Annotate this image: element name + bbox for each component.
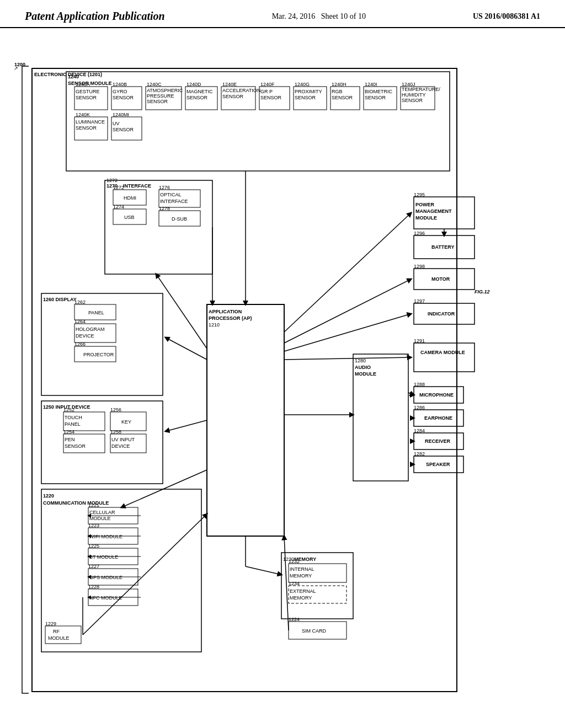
svg-line-386	[166, 338, 207, 360]
svg-text:SENSOR: SENSOR	[147, 99, 168, 104]
svg-text:1282: 1282	[414, 451, 425, 457]
svg-text:1240: 1240	[68, 74, 79, 79]
svg-text:1272: 1272	[113, 185, 124, 190]
svg-text:DEVICE: DEVICE	[111, 443, 130, 449]
svg-text:INDICATOR: INDICATOR	[428, 311, 455, 317]
svg-text:1240K: 1240K	[76, 112, 90, 117]
svg-text:PANEL: PANEL	[65, 421, 81, 427]
svg-text:1252: 1252	[63, 407, 74, 413]
svg-text:MODULE: MODULE	[355, 371, 376, 377]
svg-text:HOLOGRAM: HOLOGRAM	[76, 326, 105, 332]
svg-text:KEY: KEY	[121, 419, 131, 425]
svg-line-392	[284, 357, 411, 360]
svg-text:MOTOR: MOTOR	[431, 276, 450, 282]
svg-text:RECEIVER: RECEIVER	[425, 438, 451, 444]
svg-text:1240MI: 1240MI	[113, 112, 129, 117]
svg-text:1295: 1295	[414, 192, 425, 197]
svg-text:1232: 1232	[289, 559, 300, 564]
svg-rect-332	[207, 304, 284, 536]
svg-text:MODULE: MODULE	[48, 635, 70, 641]
svg-text:1280: 1280	[355, 358, 366, 363]
svg-text:APPLICATION: APPLICATION	[209, 309, 242, 314]
svg-text:SENSOR: SENSOR	[295, 95, 316, 100]
svg-text:1234: 1234	[289, 581, 300, 586]
svg-text:1240J: 1240J	[402, 82, 415, 87]
svg-text:CAMERA MODULE: CAMERA MODULE	[420, 350, 465, 355]
svg-text:BIOMETRIC: BIOMETRIC	[365, 89, 393, 94]
svg-text:SENSOR: SENSOR	[332, 95, 353, 100]
svg-line-390	[246, 566, 281, 575]
svg-text:1272: 1272	[106, 178, 118, 183]
svg-text:USB: USB	[124, 215, 135, 220]
svg-text:SENSOR: SENSOR	[113, 95, 134, 100]
svg-line-394	[284, 279, 411, 343]
svg-text:1297: 1297	[414, 298, 425, 304]
svg-text:SIM CARD: SIM CARD	[302, 628, 327, 634]
svg-text:1223: 1223	[88, 523, 99, 528]
svg-rect-366	[414, 343, 475, 372]
svg-text:1256: 1256	[110, 407, 121, 413]
patent-number: US 2016/0086381 A1	[473, 12, 540, 21]
svg-text:1240B: 1240B	[113, 82, 127, 87]
svg-text:OPTICAL: OPTICAL	[160, 192, 182, 197]
svg-text:1240A: 1240A	[76, 82, 90, 87]
svg-text:SENSOR: SENSOR	[65, 443, 86, 449]
svg-text:1264: 1264	[74, 319, 86, 324]
svg-text:SENSOR: SENSOR	[365, 95, 386, 100]
svg-text:1258: 1258	[110, 429, 121, 435]
svg-text:SENSOR: SENSOR	[260, 95, 282, 100]
svg-text:1227: 1227	[88, 564, 99, 569]
svg-text:PROCESSOR (AP): PROCESSOR (AP)	[209, 315, 252, 321]
svg-text:SENSOR: SENSOR	[186, 95, 208, 100]
svg-text:SENSOR: SENSOR	[222, 94, 244, 99]
svg-text:UV INPUT: UV INPUT	[111, 437, 135, 442]
svg-text:1286: 1286	[414, 405, 425, 410]
svg-text:1220: 1220	[43, 493, 54, 499]
svg-text:BT MODULE: BT MODULE	[89, 554, 118, 560]
svg-text:TEMPERATURE/: TEMPERATURE/	[402, 87, 440, 92]
svg-text:1254: 1254	[63, 429, 74, 435]
svg-line-387	[166, 420, 207, 431]
svg-line-388	[121, 470, 207, 507]
svg-text:MAGNETIC: MAGNETIC	[186, 89, 213, 94]
svg-text:1260  DISPLAY: 1260 DISPLAY	[43, 297, 77, 302]
svg-text:HDMI: HDMI	[124, 195, 136, 201]
svg-text:RGB: RGB	[332, 89, 343, 94]
svg-text:GYRO: GYRO	[113, 89, 127, 94]
svg-text:1228: 1228	[88, 584, 99, 590]
svg-text:NFC MODULE: NFC MODULE	[89, 595, 122, 601]
svg-text:POWER: POWER	[415, 202, 435, 207]
svg-text:INTERFACE: INTERFACE	[160, 199, 188, 204]
svg-text:MEMORY: MEMORY	[290, 573, 312, 579]
svg-text:INTERFACE: INTERFACE	[123, 183, 151, 189]
svg-text:1240E: 1240E	[222, 82, 237, 87]
svg-text:1296: 1296	[414, 231, 425, 236]
svg-line-410	[284, 536, 289, 630]
svg-text:TOUCH: TOUCH	[65, 415, 82, 420]
svg-text:EXTERNAL: EXTERNAL	[290, 588, 316, 594]
svg-text:EARPHONE: EARPHONE	[424, 415, 452, 421]
svg-text:1288: 1288	[414, 382, 425, 387]
publication-title: Patent Application Publication	[25, 10, 165, 23]
svg-text:1240G: 1240G	[295, 82, 310, 87]
svg-text:1266: 1266	[74, 341, 86, 347]
svg-text:MANAGEMENT: MANAGEMENT	[415, 208, 452, 214]
svg-line-395	[284, 213, 411, 332]
svg-text:1240F: 1240F	[260, 82, 275, 87]
svg-text:ACCELERATION: ACCELERATION	[222, 88, 260, 93]
svg-text:1298: 1298	[414, 264, 425, 269]
svg-text:1262: 1262	[74, 299, 86, 305]
svg-text:LUMINANCE: LUMINANCE	[76, 119, 105, 125]
svg-text:1284: 1284	[414, 428, 425, 433]
svg-text:1240D: 1240D	[186, 82, 201, 87]
svg-text:MODULE: MODULE	[89, 516, 111, 521]
svg-text:INTERNAL: INTERNAL	[290, 566, 315, 572]
svg-text:1240C: 1240C	[147, 82, 162, 87]
svg-text:HUMIDITY: HUMIDITY	[402, 92, 426, 98]
svg-text:1240I: 1240I	[365, 82, 377, 87]
svg-text:D-SUB: D-SUB	[172, 216, 187, 222]
svg-text:PROJECTOR: PROJECTOR	[83, 352, 114, 357]
main-diagram: FIG.12 ELECTRONIC DEVICE (1201) ↗ 1200 1…	[11, 40, 554, 724]
svg-text:PROXIMITY: PROXIMITY	[295, 89, 322, 94]
svg-text:MEMORY: MEMORY	[290, 595, 312, 601]
